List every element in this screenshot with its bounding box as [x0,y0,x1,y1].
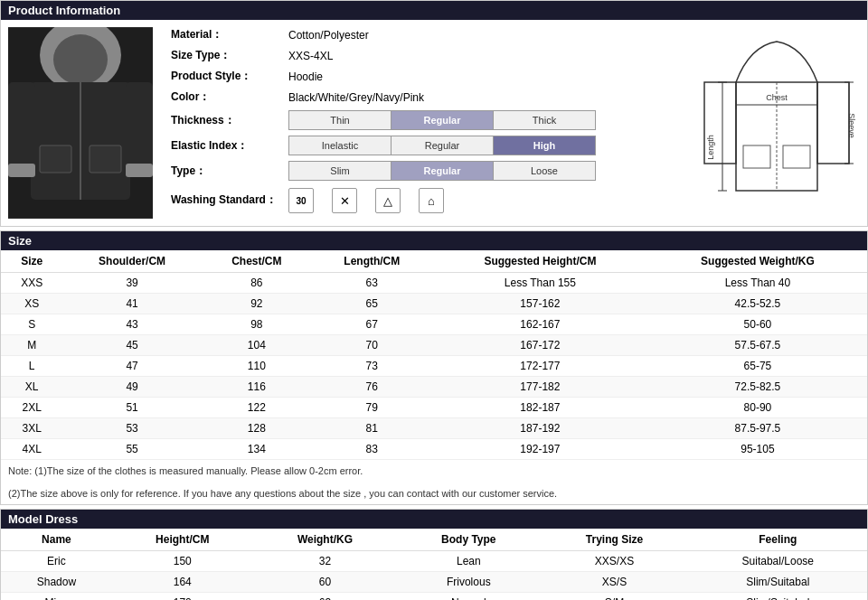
table-row: L4711073172-17765-75 [1,356,867,377]
type-regular: Regular [392,162,494,180]
table-cell: 47 [62,356,202,377]
size-table-body: XXS398663Less Than 155Less Than 40XS4192… [1,273,867,460]
col-model-weight: Weight/KG [253,529,398,551]
table-cell: 157-162 [432,294,648,314]
thickness-thick: Thick [494,111,595,129]
table-cell: XXS [1,273,62,294]
washing-icons: 30 ✕ △ ⌂ [288,188,444,213]
table-cell: XS/S [540,572,688,593]
size-type-row: Size Type： XXS-4XL [171,48,688,63]
diagram-area: Length Chest Sleeve [697,27,860,219]
model-header: Model Dress [1,510,867,529]
model-table-body: Eric15032LeanXXS/XSSuitabal/LooseShadow1… [1,551,867,601]
table-cell: 73 [312,356,432,377]
wash-nobleach-icon: △ [375,188,401,213]
table-cell: 192-197 [432,439,648,460]
table-cell: XL [1,377,62,398]
table-cell: Lean [397,551,540,572]
table-cell: M [1,335,62,356]
table-cell: 164 [112,572,253,593]
svg-text:Sleeve: Sleeve [847,113,856,138]
table-cell: 177-182 [432,377,648,398]
type-row: Type： Slim Regular Loose [171,161,688,181]
table-cell: 167-172 [432,335,648,356]
wash-x-icon: ✕ [332,188,357,213]
col-trying-size: Trying Size [540,529,688,551]
col-chest: Chest/CM [202,250,312,273]
size-note-2: (2)The size above is only for reference.… [1,483,867,505]
table-cell: Slim/Suitabal [689,593,867,601]
table-cell: 4XL [1,439,62,460]
col-name: Name [1,529,112,551]
size-section: Size Size Shoulder/CM Chest/CM Length/CM… [0,230,868,505]
svg-text:Length: Length [706,135,715,160]
table-cell: 81 [312,418,432,439]
table-row: M4510470167-17257.5-67.5 [1,335,867,356]
table-cell: 162-167 [432,314,648,335]
svg-rect-5 [8,82,35,173]
table-cell: XXS/XS [540,551,688,572]
material-label: Material： [171,27,288,42]
col-feeling: Feeling [689,529,867,551]
table-cell: 41 [62,294,202,314]
table-cell: 32 [253,551,398,572]
svg-rect-16 [783,145,810,168]
table-cell: Normal [397,593,540,601]
col-model-height: Height/CM [112,529,253,551]
washing-row: Washing Standard： 30 ✕ △ ⌂ [171,186,688,213]
table-cell: 172-177 [432,356,648,377]
elastic-bar: Inelastic Regular High [288,136,596,155]
table-cell: 134 [202,439,312,460]
table-cell: 2XL [1,398,62,418]
table-cell: 98 [202,314,312,335]
wash-iron-icon: ⌂ [419,188,444,213]
product-style-row: Product Style： Hoodie [171,69,688,84]
svg-rect-8 [126,164,153,177]
type-slim: Slim [289,162,392,180]
table-cell: 53 [62,418,202,439]
table-cell: Slim/Suitabal [689,572,867,593]
table-cell: 116 [202,377,312,398]
table-cell: 39 [62,273,202,294]
table-cell: 170 [112,593,253,601]
table-row: Eric15032LeanXXS/XSSuitabal/Loose [1,551,867,572]
svg-rect-7 [8,164,35,177]
thickness-thin: Thin [289,111,392,129]
col-height: Suggested Height/CM [432,250,648,273]
table-cell: 83 [312,439,432,460]
size-header: Size [1,231,867,250]
table-cell: 182-187 [432,398,648,418]
table-cell: 110 [202,356,312,377]
col-size: Size [1,250,62,273]
wash-30-icon: 30 [288,188,314,213]
size-table: Size Shoulder/CM Chest/CM Length/CM Sugg… [1,250,867,460]
table-cell: 80-90 [648,398,867,418]
table-cell: Suitabal/Loose [689,551,867,572]
table-cell: Ming [1,593,112,601]
table-cell: 95-105 [648,439,867,460]
table-cell: 87.5-97.5 [648,418,867,439]
thickness-row: Thickness： Thin Regular Thick [171,110,688,130]
table-cell: S/M [540,593,688,601]
table-cell: 45 [62,335,202,356]
size-note-1: Note: (1)The size of the clothes is meas… [1,460,867,483]
col-shoulder: Shoulder/CM [62,250,202,273]
table-row: 4XL5513483192-19795-105 [1,439,867,460]
model-title: Model Dress [8,512,78,526]
svg-rect-10 [90,145,121,173]
thickness-regular: Regular [392,111,494,129]
size-type-value: XXS-4XL [288,50,333,62]
svg-rect-13 [817,82,849,164]
product-info-section: Product Information [0,0,868,227]
model-section: Model Dress Name Height/CM Weight/KG Bod… [0,509,868,600]
table-row: XXS398663Less Than 155Less Than 40 [1,273,867,294]
table-cell: Eric [1,551,112,572]
elastic-high: High [494,136,595,155]
color-row: Color： Black/White/Grey/Navy/Pink [171,89,688,105]
table-cell: 150 [112,551,253,572]
table-cell: 104 [202,335,312,356]
product-info-header: Product Information [1,1,867,20]
table-cell: XS [1,294,62,314]
table-cell: 86 [202,273,312,294]
col-weight: Suggested Weight/KG [648,250,867,273]
